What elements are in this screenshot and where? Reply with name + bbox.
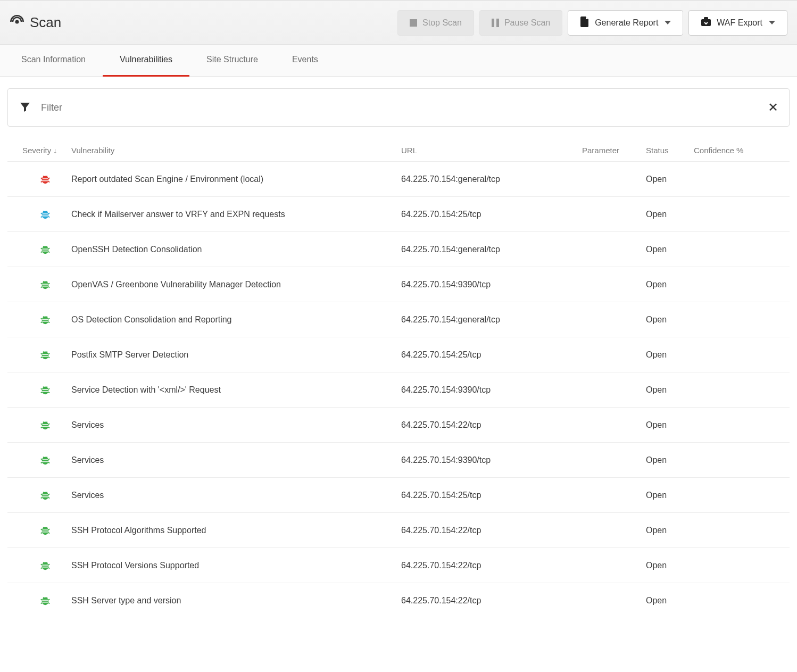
svg-rect-7 (42, 213, 49, 214)
svg-rect-10 (42, 248, 49, 250)
header-vulnerability[interactable]: Vulnerability (71, 146, 401, 155)
cell-vulnerability: Report outdated Scan Engine / Environmen… (71, 175, 401, 184)
table-row[interactable]: OS Detection Consolidation and Reporting… (7, 302, 790, 337)
cell-url: 64.225.70.154:22/tcp (401, 561, 582, 570)
svg-rect-35 (42, 531, 49, 532)
svg-point-6 (42, 211, 49, 219)
cell-vulnerability: Postfix SMTP Server Detection (71, 350, 401, 360)
header-confidence[interactable]: Confidence % (694, 146, 790, 155)
pause-scan-button[interactable]: Pause Scan (479, 10, 562, 36)
cell-status: Open (646, 561, 694, 570)
severity-bug-icon (39, 244, 51, 255)
svg-point-12 (42, 281, 49, 289)
stop-icon (410, 19, 417, 27)
waf-export-button[interactable]: WAF Export (688, 10, 787, 36)
cell-status: Open (646, 526, 694, 535)
severity-bug-icon (39, 560, 51, 571)
cell-url: 64.225.70.154:25/tcp (401, 210, 582, 219)
svg-point-9 (42, 246, 49, 254)
svg-rect-32 (42, 496, 49, 497)
funnel-icon (19, 101, 31, 115)
pause-icon (492, 19, 499, 27)
cell-url: 64.225.70.154:25/tcp (401, 350, 582, 360)
table-row[interactable]: Report outdated Scan Engine / Environmen… (7, 161, 790, 196)
svg-rect-4 (42, 178, 49, 179)
svg-rect-13 (42, 284, 49, 285)
header-severity-label: Severity (22, 146, 51, 155)
table-row[interactable]: SSH Protocol Algorithms Supported64.225.… (7, 512, 790, 547)
cell-url: 64.225.70.154:general/tcp (401, 175, 582, 184)
table-header: Severity ↓ Vulnerability URL Parameter S… (7, 139, 790, 161)
table-row[interactable]: OpenVAS / Greenbone Vulnerability Manage… (7, 267, 790, 302)
generate-report-button[interactable]: Generate Report (568, 10, 683, 36)
table-row[interactable]: Services64.225.70.154:9390/tcpOpen (7, 442, 790, 477)
clear-filter-icon[interactable]: ✕ (768, 101, 778, 114)
tab-bar: Scan InformationVulnerabilitiesSite Stru… (0, 45, 797, 77)
svg-rect-38 (42, 566, 49, 567)
svg-point-24 (42, 421, 49, 429)
table-row[interactable]: Postfix SMTP Server Detection64.225.70.1… (7, 337, 790, 372)
svg-rect-22 (42, 389, 49, 390)
cell-status: Open (646, 210, 694, 219)
cell-url: 64.225.70.154:general/tcp (401, 315, 582, 325)
sort-desc-icon: ↓ (53, 146, 57, 155)
svg-rect-40 (42, 600, 49, 601)
table-row[interactable]: SSH Server type and version64.225.70.154… (7, 583, 790, 618)
cell-status: Open (646, 455, 694, 465)
cell-vulnerability: Service Detection with '<xml/>' Request (71, 385, 401, 395)
svg-rect-37 (42, 565, 49, 566)
table-row[interactable]: Services64.225.70.154:22/tcpOpen (7, 407, 790, 442)
severity-bug-icon (39, 490, 51, 501)
cell-status: Open (646, 280, 694, 289)
chevron-down-icon (665, 21, 671, 24)
page-title: Scan (30, 14, 61, 31)
severity-bug-icon (39, 314, 51, 326)
svg-point-27 (42, 457, 49, 464)
generate-report-label: Generate Report (595, 18, 658, 28)
tab-events[interactable]: Events (275, 45, 335, 77)
header-severity[interactable]: Severity ↓ (7, 146, 71, 155)
severity-bug-icon (39, 419, 51, 431)
cell-status: Open (646, 175, 694, 184)
cell-url: 64.225.70.154:9390/tcp (401, 385, 582, 395)
svg-rect-14 (42, 285, 49, 286)
svg-rect-8 (42, 215, 49, 216)
header-status[interactable]: Status (646, 146, 694, 155)
filter-input[interactable] (41, 102, 758, 113)
stop-scan-button[interactable]: Stop Scan (397, 10, 474, 36)
svg-point-3 (42, 176, 49, 184)
tab-vuln[interactable]: Vulnerabilities (103, 45, 189, 77)
table-row[interactable]: OpenSSH Detection Consolidation64.225.70… (7, 231, 790, 267)
table-row[interactable]: Services64.225.70.154:25/tcpOpen (7, 477, 790, 512)
tab-site[interactable]: Site Structure (189, 45, 275, 77)
svg-rect-41 (42, 601, 49, 602)
svg-rect-2 (704, 17, 708, 20)
svg-rect-31 (42, 494, 49, 495)
svg-rect-34 (42, 529, 49, 530)
table-row[interactable]: Service Detection with '<xml/>' Request6… (7, 372, 790, 407)
svg-point-36 (42, 562, 49, 570)
header-parameter[interactable]: Parameter (582, 146, 646, 155)
cell-vulnerability: OS Detection Consolidation and Reporting (71, 315, 401, 325)
cell-url: 64.225.70.154:22/tcp (401, 596, 582, 605)
cell-vulnerability: OpenSSH Detection Consolidation (71, 245, 401, 254)
severity-bug-icon (39, 349, 51, 361)
waf-export-label: WAF Export (717, 18, 762, 28)
svg-rect-1 (701, 19, 711, 26)
file-icon (580, 16, 590, 29)
tab-info[interactable]: Scan Information (4, 45, 103, 77)
svg-point-18 (42, 351, 49, 359)
cell-status: Open (646, 491, 694, 500)
svg-rect-11 (42, 250, 49, 251)
cell-url: 64.225.70.154:general/tcp (401, 245, 582, 254)
svg-point-39 (42, 597, 49, 605)
table-row[interactable]: SSH Protocol Versions Supported64.225.70… (7, 547, 790, 583)
cell-url: 64.225.70.154:22/tcp (401, 420, 582, 430)
svg-rect-5 (42, 180, 49, 181)
header-url[interactable]: URL (401, 146, 582, 155)
table-row[interactable]: Check if Mailserver answer to VRFY and E… (7, 196, 790, 231)
filter-bar: ✕ (7, 88, 790, 127)
severity-bug-icon (39, 384, 51, 396)
svg-point-0 (15, 20, 19, 24)
svg-rect-25 (42, 424, 49, 425)
